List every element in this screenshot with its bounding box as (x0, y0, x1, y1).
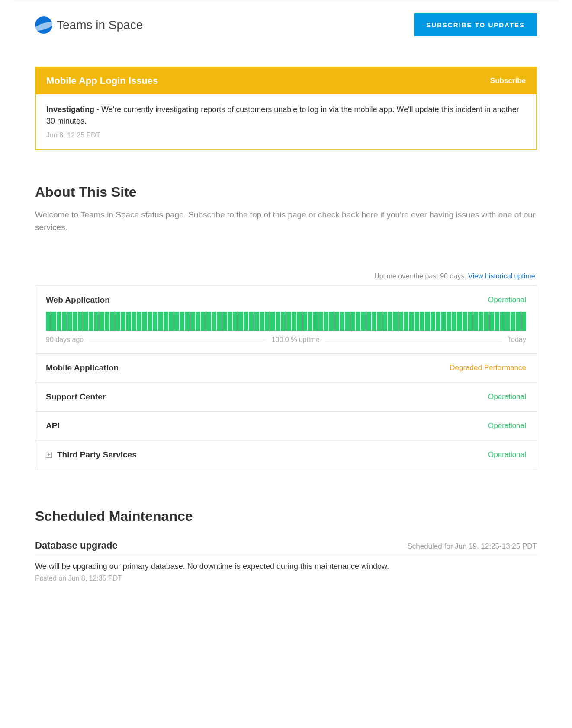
uptime-bar[interactable] (254, 312, 259, 331)
uptime-bar[interactable] (484, 312, 488, 331)
uptime-bar[interactable] (83, 312, 88, 331)
uptime-bar[interactable] (164, 312, 168, 331)
uptime-bar[interactable] (302, 312, 307, 331)
incident-header: Mobile App Login Issues Subscribe (36, 67, 536, 94)
uptime-bar[interactable] (73, 312, 77, 331)
uptime-bar[interactable] (382, 312, 387, 331)
uptime-bar[interactable] (361, 312, 366, 331)
uptime-bar[interactable] (212, 312, 216, 331)
uptime-bar[interactable] (425, 312, 430, 331)
uptime-bar[interactable] (308, 312, 312, 331)
subscribe-updates-button[interactable]: SUBSCRIBE TO UPDATES (414, 13, 537, 36)
brand-name: Teams in Space (57, 18, 143, 32)
uptime-bar[interactable] (228, 312, 232, 331)
uptime-bar[interactable] (292, 312, 296, 331)
uptime-bar[interactable] (196, 312, 200, 331)
uptime-bar[interactable] (505, 312, 510, 331)
uptime-bar[interactable] (190, 312, 195, 331)
uptime-bar[interactable] (372, 312, 376, 331)
uptime-bar[interactable] (67, 312, 72, 331)
uptime-bar[interactable] (500, 312, 505, 331)
uptime-bar[interactable] (516, 312, 521, 331)
uptime-bar[interactable] (436, 312, 440, 331)
uptime-bar[interactable] (377, 312, 382, 331)
uptime-bar[interactable] (105, 312, 109, 331)
uptime-bar[interactable] (313, 312, 318, 331)
uptime-bar[interactable] (137, 312, 141, 331)
uptime-bar[interactable] (217, 312, 222, 331)
uptime-bar[interactable] (281, 312, 286, 331)
uptime-bar[interactable] (153, 312, 157, 331)
uptime-bar[interactable] (415, 312, 419, 331)
uptime-bar[interactable] (174, 312, 179, 331)
uptime-bar[interactable] (489, 312, 494, 331)
uptime-bar[interactable] (324, 312, 328, 331)
uptime-bar[interactable] (78, 312, 83, 331)
uptime-bar[interactable] (398, 312, 403, 331)
uptime-bar[interactable] (404, 312, 408, 331)
uptime-bar[interactable] (463, 312, 467, 331)
uptime-bar[interactable] (409, 312, 414, 331)
uptime-bar[interactable] (340, 312, 344, 331)
uptime-bar[interactable] (238, 312, 243, 331)
uptime-bar[interactable] (142, 312, 147, 331)
uptime-bar[interactable] (185, 312, 190, 331)
uptime-bar[interactable] (148, 312, 152, 331)
uptime-bar[interactable] (115, 312, 120, 331)
uptime-bar[interactable] (431, 312, 435, 331)
uptime-bar[interactable] (350, 312, 355, 331)
uptime-bar[interactable] (249, 312, 254, 331)
uptime-bar[interactable] (345, 312, 350, 331)
uptime-bar[interactable] (286, 312, 291, 331)
uptime-bar[interactable] (201, 312, 206, 331)
uptime-bar[interactable] (393, 312, 398, 331)
uptime-bar[interactable] (244, 312, 248, 331)
component-row: Web ApplicationOperational90 days ago100… (35, 286, 537, 354)
uptime-bar[interactable] (479, 312, 483, 331)
uptime-bar[interactable] (511, 312, 515, 331)
uptime-bar[interactable] (121, 312, 125, 331)
uptime-bar[interactable] (126, 312, 131, 331)
uptime-bar[interactable] (206, 312, 211, 331)
uptime-bar[interactable] (420, 312, 424, 331)
uptime-bar[interactable] (62, 312, 67, 331)
uptime-bar[interactable] (276, 312, 280, 331)
expand-icon[interactable]: + (46, 452, 52, 458)
incident-subscribe-link[interactable]: Subscribe (490, 77, 526, 85)
uptime-bar[interactable] (99, 312, 104, 331)
uptime-bar[interactable] (334, 312, 339, 331)
uptime-bar[interactable] (495, 312, 499, 331)
historical-uptime-link[interactable]: View historical uptime. (468, 272, 537, 280)
uptime-bar[interactable] (57, 312, 61, 331)
uptime-bar[interactable] (447, 312, 451, 331)
uptime-bar[interactable] (260, 312, 264, 331)
uptime-bar[interactable] (89, 312, 93, 331)
uptime-bar[interactable] (132, 312, 136, 331)
uptime-bar[interactable] (51, 312, 56, 331)
uptime-bar[interactable] (158, 312, 163, 331)
brand-logo[interactable]: Teams in Space (35, 16, 143, 34)
uptime-bar[interactable] (457, 312, 462, 331)
maintenance-name[interactable]: Database upgrade (35, 540, 118, 551)
uptime-bar[interactable] (169, 312, 174, 331)
uptime-bar[interactable] (222, 312, 227, 331)
uptime-bar[interactable] (366, 312, 371, 331)
uptime-bar[interactable] (356, 312, 360, 331)
uptime-bar[interactable] (110, 312, 115, 331)
uptime-bar[interactable] (388, 312, 392, 331)
uptime-bar[interactable] (473, 312, 478, 331)
uptime-bar[interactable] (180, 312, 184, 331)
uptime-bar[interactable] (452, 312, 456, 331)
component-name: Web Application (46, 295, 110, 305)
uptime-bar[interactable] (94, 312, 99, 331)
uptime-bar[interactable] (297, 312, 302, 331)
uptime-bar[interactable] (318, 312, 323, 331)
uptime-bar[interactable] (233, 312, 238, 331)
uptime-bar[interactable] (270, 312, 275, 331)
uptime-bar[interactable] (521, 312, 526, 331)
uptime-bar[interactable] (468, 312, 472, 331)
uptime-bar[interactable] (46, 312, 51, 331)
uptime-bar[interactable] (329, 312, 334, 331)
uptime-bar[interactable] (265, 312, 270, 331)
uptime-bar[interactable] (441, 312, 446, 331)
